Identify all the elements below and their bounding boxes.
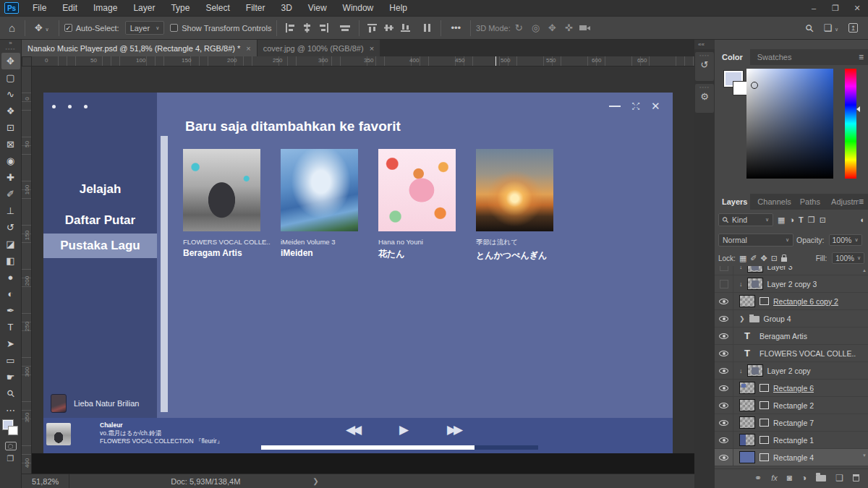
dodge-tool[interactable]: ◐ (1, 286, 20, 302)
tab-close-icon[interactable]: × (370, 44, 374, 53)
status-more-icon[interactable]: ❯ (312, 477, 318, 485)
layers-panel-menu-icon[interactable]: ≡ (859, 194, 868, 210)
vertical-ruler[interactable]: 050100150200250300350400 (22, 67, 32, 474)
color-field[interactable] (746, 69, 833, 179)
visibility-toggle[interactable] (715, 432, 733, 449)
gradient-tool[interactable]: ◧ (1, 252, 20, 269)
new-layer-icon[interactable]: ❑ (835, 473, 843, 483)
menu-type[interactable]: Type (163, 0, 197, 16)
lasso-tool[interactable]: ∿ (1, 86, 20, 103)
layer-filter-dropdown[interactable]: ⚲ Kind ∨ (718, 213, 773, 226)
canvas-area[interactable]: Jelajah Daftar Putar Pustaka Lagu Lieba … (32, 67, 694, 474)
album-card[interactable]: Hana no Youni 花たん (378, 149, 456, 260)
menu-select[interactable]: Select (197, 0, 237, 16)
rewind-button[interactable]: ◀◀ (346, 422, 359, 437)
camera-3d-icon[interactable] (579, 25, 587, 30)
orbit-3d-icon[interactable]: ↻ (511, 22, 527, 33)
workspace-switcher-icon[interactable]: ❏ ∨ (824, 22, 838, 33)
color-swatches[interactable] (2, 420, 20, 439)
visibility-toggle[interactable] (715, 414, 733, 432)
filter-toggle-icon[interactable]: ◖ (859, 215, 864, 224)
share-icon[interactable]: ↥ (848, 23, 858, 33)
move-tool[interactable]: ✥ (1, 53, 20, 69)
align-center-icon[interactable] (302, 23, 312, 33)
lock-all-icon[interactable] (781, 257, 787, 262)
crop-tool[interactable]: ⊡ (1, 119, 20, 136)
layer-row[interactable]: Rectangle 2 (715, 397, 868, 414)
visibility-toggle[interactable] (715, 310, 733, 328)
link-layers-icon[interactable]: ⚭ (754, 473, 762, 483)
adjustment-layer-icon[interactable]: ◑ (801, 473, 807, 483)
window-minimize-button[interactable]: – (803, 0, 825, 16)
visibility-toggle[interactable] (715, 266, 733, 275)
window-close-button[interactable]: ✕ (846, 0, 868, 16)
path-selection-tool[interactable]: ➤ (1, 335, 20, 352)
design-nav-pustaka-lagu[interactable]: Pustaka Lagu (43, 234, 157, 258)
menu-edit[interactable]: Edit (54, 0, 85, 16)
scroll-down-icon[interactable]: ▼ (862, 453, 867, 458)
move-tool-icon[interactable]: ✥ ∨ (30, 22, 54, 33)
filter-type-icon[interactable]: T (799, 215, 804, 224)
align-bottom-icon[interactable] (401, 23, 412, 33)
align-top-icon[interactable] (367, 23, 378, 33)
layer-row[interactable]: Rectangle 6 (715, 380, 868, 397)
album-card[interactable]: FLOWERS VOCAL COLLE.. Beragam Artis (183, 149, 260, 258)
filter-shape-icon[interactable]: ❒ (808, 215, 815, 225)
layer-row[interactable]: Rectangle 6 copy 2 (715, 293, 868, 310)
auto-select-checkbox[interactable]: ✓ (64, 24, 72, 32)
menu-filter[interactable]: Filter (238, 0, 273, 16)
menu-layer[interactable]: Layer (125, 0, 163, 16)
pan-3d-icon[interactable]: ✥ (544, 22, 561, 33)
layer-row[interactable]: TBeragam Artis (715, 328, 868, 345)
design-nav-daftar-putar[interactable]: Daftar Putar (43, 213, 157, 228)
design-scrollbar[interactable] (161, 136, 168, 412)
menu-image[interactable]: Image (85, 0, 125, 16)
design-maximize-icon[interactable]: ↖↗↙↘ (631, 102, 641, 111)
align-right-icon[interactable] (318, 23, 329, 33)
opacity-value[interactable]: 100%∨ (829, 234, 862, 246)
lock-transparent-icon[interactable]: ▦ (739, 254, 746, 263)
design-close-icon[interactable]: ✕ (651, 100, 660, 113)
tab-swatches[interactable]: Swatches (750, 49, 799, 65)
pen-tool[interactable]: ✒ (1, 302, 20, 319)
more-options-icon[interactable]: ••• (446, 22, 465, 33)
color-panel-menu-icon[interactable]: ≡ (859, 49, 868, 65)
hue-slider[interactable] (845, 69, 856, 179)
fill-value[interactable]: 100%∨ (832, 252, 864, 264)
tab-channels[interactable]: Channels (750, 194, 792, 210)
visibility-toggle[interactable] (715, 397, 733, 414)
visibility-toggle[interactable] (715, 328, 733, 345)
tab-paths[interactable]: Paths (793, 194, 824, 210)
blur-tool[interactable]: ● (1, 269, 20, 286)
history-panel-button[interactable]: ▪▪▪▪↺ (695, 52, 714, 81)
layer-row[interactable]: TFLOWERS VOCAL COLLE.. (715, 345, 868, 362)
tab-color[interactable]: Color (715, 49, 750, 65)
layer-style-icon[interactable]: fx (771, 474, 778, 482)
design-user[interactable]: Lieba Natur Brilian (51, 394, 140, 413)
frame-tool[interactable]: ⊠ (1, 136, 20, 153)
align-left-icon[interactable] (285, 23, 296, 33)
toolbar-grip[interactable]: ▪▪▪▪ (6, 47, 16, 53)
horizontal-ruler[interactable]: 050100150200250300350400450500550600650 (32, 56, 694, 67)
blend-mode-dropdown[interactable]: Normal∨ (718, 234, 793, 247)
tab-nanako-music-player[interactable]: Nanako Music Player.psd @ 51,8% (Rectang… (22, 40, 257, 56)
progress-bar[interactable] (261, 445, 538, 450)
window-restore-button[interactable]: ❐ (825, 0, 846, 16)
layer-mask-icon[interactable]: ◙ (787, 473, 792, 483)
menu-window[interactable]: Window (335, 0, 382, 16)
layer-row[interactable]: ↓Layer 3 (715, 266, 868, 275)
layer-row[interactable]: Rectangle 1 (715, 432, 868, 449)
lock-pixels-icon[interactable]: ✐ (750, 254, 757, 263)
history-brush-tool[interactable]: ↺ (1, 219, 20, 236)
tab-layers[interactable]: Layers (715, 194, 750, 210)
healing-brush-tool[interactable]: ✚ (1, 169, 20, 186)
properties-panel-button[interactable]: ▪▪▪▪⚙ (695, 84, 714, 113)
roll-3d-icon[interactable]: ◎ (527, 22, 544, 33)
clone-stamp-tool[interactable]: ⊥ (1, 202, 20, 219)
scroll-up-icon[interactable]: ▲ (862, 268, 867, 273)
color-field-cursor[interactable] (751, 82, 758, 89)
design-minimize-icon[interactable] (609, 106, 621, 107)
brush-tool[interactable]: ✐ (1, 186, 20, 202)
quick-mask-icon[interactable] (5, 442, 17, 450)
eraser-tool[interactable]: ◪ (1, 236, 20, 252)
